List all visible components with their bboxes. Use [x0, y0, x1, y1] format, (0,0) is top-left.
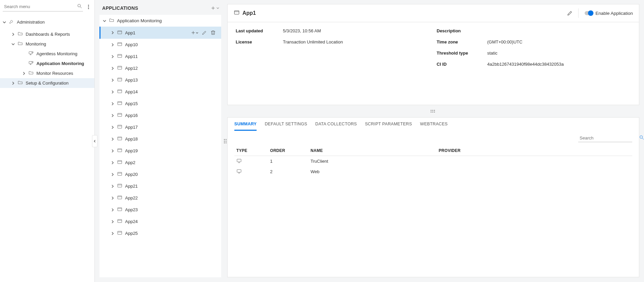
sidebar-search-bar — [0, 0, 94, 13]
search-icon[interactable] — [639, 135, 644, 141]
tab-script-parameters[interactable]: SCRIPT PARAMETERS — [365, 122, 412, 131]
enable-application-toggle[interactable]: Enable Application — [578, 8, 633, 18]
tab-summary[interactable]: SUMMARY — [234, 122, 257, 131]
applications-tree[interactable]: Application Monitoring App1App10App11App… — [99, 15, 221, 277]
svg-rect-24 — [118, 78, 122, 81]
col-type[interactable]: TYPE — [234, 146, 268, 156]
cell-name: TruClient — [309, 156, 437, 167]
app-tree-item[interactable]: App16 — [99, 109, 221, 121]
search-menu-input[interactable] — [3, 4, 77, 9]
app-icon — [117, 207, 122, 213]
search-icon[interactable] — [77, 3, 82, 10]
app-item-label: App21 — [125, 184, 218, 189]
meta-license-label: License — [236, 39, 273, 44]
edit-button[interactable] — [566, 9, 574, 17]
app-tree-item[interactable]: App22 — [99, 192, 221, 204]
app-icon — [117, 112, 122, 119]
chevron-right-icon — [111, 114, 114, 117]
meta-last-updated-value: 5/3/2023, 10:56 AM — [283, 28, 427, 33]
app-tree-item[interactable]: App2 — [99, 157, 221, 168]
chevron-right-icon — [111, 220, 114, 223]
app-icon — [117, 124, 122, 130]
svg-rect-6 — [29, 61, 32, 64]
app-icon — [117, 65, 122, 71]
app-icon — [234, 9, 240, 17]
app-item-label: App22 — [125, 195, 218, 200]
app-tree-item[interactable]: App15 — [99, 98, 221, 109]
folder-icon — [109, 18, 114, 24]
app-item-label: App12 — [125, 66, 218, 71]
app-item-label: App16 — [125, 113, 218, 118]
nav-item-label: Monitor Resources — [36, 71, 73, 76]
table-row[interactable]: 1TruClient — [234, 156, 632, 167]
app-tree-item[interactable]: App17 — [99, 121, 221, 133]
edit-row-button[interactable] — [201, 29, 208, 36]
app-icon — [117, 230, 122, 237]
col-provider[interactable]: PROVIDER — [437, 146, 632, 156]
app-icon — [117, 41, 122, 48]
svg-rect-18 — [118, 42, 122, 45]
svg-point-0 — [78, 4, 81, 7]
tree-root-application-monitoring[interactable]: Application Monitoring — [99, 15, 221, 27]
sidebar-item-monitoring[interactable]: Monitoring — [0, 39, 94, 49]
applications-header: APPLICATIONS — [95, 0, 226, 15]
table-search-input[interactable] — [579, 135, 637, 141]
sidebar-item-dashboards-reports[interactable]: Dashboards & Reports — [0, 29, 94, 39]
sidebar-item-agentless-monitoring[interactable]: Agentless Monitoring — [0, 49, 94, 59]
app-item-label: App13 — [125, 77, 218, 83]
plus-icon — [210, 5, 216, 11]
app-tree-item[interactable]: App19 — [99, 145, 221, 157]
svg-rect-50 — [118, 231, 122, 234]
col-name[interactable]: NAME — [309, 146, 437, 156]
chevron-right-icon — [111, 31, 114, 34]
col-order[interactable]: ORDER — [268, 146, 309, 156]
sidebar-item-application-monitoring[interactable]: Application Monitoring — [0, 59, 94, 68]
chevron-right-icon — [111, 232, 114, 235]
app-tree-item[interactable]: App20 — [99, 168, 221, 180]
monitor-settings-icon — [28, 60, 34, 67]
folder-icon — [18, 41, 23, 47]
add-child-button[interactable] — [190, 29, 199, 36]
meta-timezone-value: (GMT+00:00)UTC — [487, 39, 631, 44]
svg-rect-46 — [118, 208, 122, 211]
delete-row-button[interactable] — [210, 29, 216, 36]
app-tree-item[interactable]: App21 — [99, 180, 221, 192]
app-tree-item[interactable]: App1 — [99, 27, 221, 39]
search-menu-wrap — [3, 2, 83, 11]
tab-data-collectors[interactable]: DATA COLLECTORS — [315, 122, 357, 131]
tab-default-settings[interactable]: DEFAULT SETTINGS — [265, 122, 307, 131]
app-tree-item[interactable]: App23 — [99, 204, 221, 216]
nav-section-administration[interactable]: Administration — [0, 16, 94, 28]
cell-name: Web — [309, 166, 437, 177]
meta-ciid-value: 4a2bb1267431940f98e44dc38432053a — [487, 62, 631, 67]
meta-description-value — [487, 28, 631, 33]
table-row[interactable]: 2Web — [234, 166, 632, 177]
svg-point-54 — [640, 136, 643, 138]
table-search-wrap — [578, 134, 632, 142]
app-tree-item[interactable]: App13 — [99, 74, 221, 86]
chevron-right-icon — [111, 208, 114, 212]
svg-rect-36 — [118, 149, 122, 152]
vertical-splitter-handle[interactable] — [430, 110, 435, 113]
app-tree-item[interactable]: App25 — [99, 227, 221, 239]
meta-threshold-value: static — [487, 51, 631, 56]
sidebar-item-monitor-resources[interactable]: Monitor Resources — [0, 68, 94, 78]
app-tree-item[interactable]: App10 — [99, 39, 221, 51]
sidebar-item-setup-configuration[interactable]: Setup & Configuration — [0, 78, 94, 88]
app-tree-item[interactable]: App11 — [99, 51, 221, 62]
app-tree-item[interactable]: App12 — [99, 62, 221, 74]
sidebar-more-menu[interactable] — [85, 4, 92, 10]
chevron-right-icon — [111, 43, 114, 46]
panel-splitter-handle[interactable] — [224, 139, 227, 143]
app-tree-item[interactable]: App24 — [99, 216, 221, 227]
app-tree-item[interactable]: App14 — [99, 86, 221, 98]
chevron-down-icon — [11, 42, 15, 46]
tab-webtraces[interactable]: WEBTRACES — [420, 122, 448, 131]
sidebar-collapse-handle[interactable] — [92, 135, 97, 147]
details-meta-grid: Last updated 5/3/2023, 10:56 AM Descript… — [228, 22, 639, 73]
add-application-button[interactable] — [210, 5, 220, 11]
meta-description-label: Description — [437, 28, 477, 33]
app-tree-item[interactable]: App18 — [99, 133, 221, 145]
cell-type — [234, 156, 268, 167]
cell-provider — [437, 156, 632, 167]
